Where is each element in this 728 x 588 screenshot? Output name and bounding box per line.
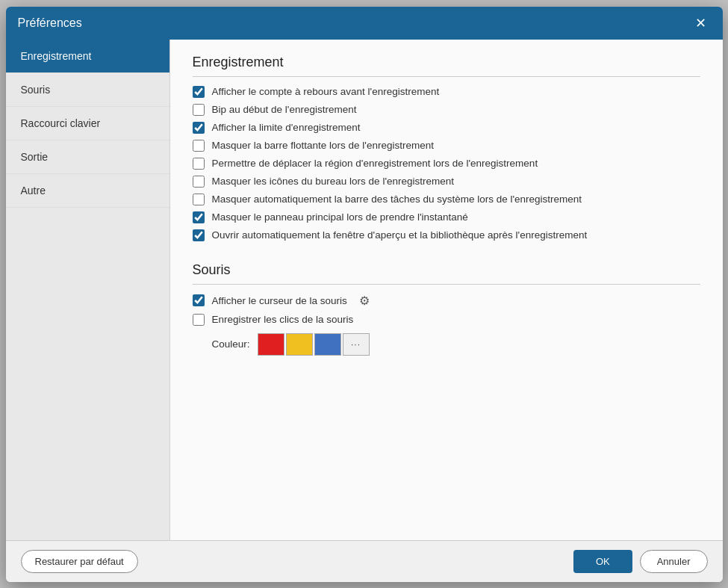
ok-button[interactable]: OK	[573, 550, 632, 573]
checkbox-label-8: Masquer le panneau principal lors de pre…	[212, 211, 468, 223]
sidebar-item-souris[interactable]: Souris	[6, 73, 169, 107]
souris-checkbox-label-1: Afficher le curseur de la souris	[212, 295, 347, 306]
sidebar-item-sortie[interactable]: Sortie	[6, 140, 169, 174]
gear-icon[interactable]: ⚙	[359, 294, 370, 308]
checkbox-row-3: Afficher la limite d'enregistrement	[193, 122, 700, 134]
checkbox-6[interactable]	[193, 176, 205, 188]
checkbox-row-6: Masquer les icônes du bureau lors de l'e…	[193, 176, 700, 188]
checkbox-row-1: Afficher le compte à rebours avant l'enr…	[193, 86, 700, 98]
checkbox-1[interactable]	[193, 86, 205, 98]
content-area: Enregistrement Souris Raccourci clavier …	[6, 40, 723, 540]
souris-checkbox-2[interactable]	[193, 314, 205, 326]
enregistrement-section-title: Enregistrement	[193, 55, 700, 77]
checkbox-row-9: Ouvrir automatiquement la fenêtre d'aper…	[193, 229, 700, 241]
souris-checkbox-row-2: Enregistrer les clics de la souris	[193, 314, 700, 326]
checkbox-label-6: Masquer les icônes du bureau lors de l'e…	[212, 176, 455, 187]
checkbox-row-8: Masquer le panneau principal lors de pre…	[193, 211, 700, 223]
dialog-title: Préférences	[18, 16, 82, 30]
souris-checkbox-1[interactable]	[193, 294, 205, 306]
checkbox-5[interactable]	[193, 158, 205, 170]
footer: Restaurer par défaut OK Annuler	[6, 540, 723, 582]
main-content: Enregistrement Afficher le compte à rebo…	[170, 40, 723, 540]
checkbox-2[interactable]	[193, 104, 205, 116]
checkbox-label-5: Permettre de déplacer la région d'enregi…	[212, 158, 538, 169]
souris-section-title: Souris	[193, 262, 700, 285]
checkbox-row-4: Masquer la barre flottante lors de l'enr…	[193, 140, 700, 152]
restore-defaults-button[interactable]: Restaurer par défaut	[21, 550, 138, 573]
preferences-dialog: Préférences ✕ Enregistrement Souris Racc…	[6, 7, 723, 582]
checkbox-label-9: Ouvrir automatiquement la fenêtre d'aper…	[212, 229, 588, 241]
footer-right: OK Annuler	[573, 550, 708, 573]
checkbox-row-5: Permettre de déplacer la région d'enregi…	[193, 158, 700, 170]
color-row: Couleur: ···	[212, 333, 700, 356]
checkbox-label-1: Afficher le compte à rebours avant l'enr…	[212, 86, 440, 97]
souris-checkbox-label-2: Enregistrer les clics de la souris	[212, 314, 354, 325]
checkbox-4[interactable]	[193, 140, 205, 152]
cancel-button[interactable]: Annuler	[640, 550, 708, 573]
checkbox-label-3: Afficher la limite d'enregistrement	[212, 122, 361, 133]
titlebar: Préférences ✕	[6, 7, 723, 40]
checkbox-row-2: Bip au début de l'enregistrement	[193, 104, 700, 116]
sidebar-item-raccourci-clavier[interactable]: Raccourci clavier	[6, 107, 169, 140]
checkbox-8[interactable]	[193, 211, 205, 223]
sidebar-item-autre[interactable]: Autre	[6, 174, 169, 208]
checkbox-label-4: Masquer la barre flottante lors de l'enr…	[212, 140, 434, 151]
souris-checkbox-row-1: Afficher le curseur de la souris ⚙	[193, 294, 700, 308]
sidebar-item-enregistrement[interactable]: Enregistrement	[6, 40, 169, 73]
close-button[interactable]: ✕	[691, 15, 711, 31]
checkbox-label-2: Bip au début de l'enregistrement	[212, 104, 357, 115]
sidebar: Enregistrement Souris Raccourci clavier …	[6, 40, 170, 540]
color-label: Couleur:	[212, 338, 250, 350]
checkbox-7[interactable]	[193, 194, 205, 205]
checkbox-3[interactable]	[193, 122, 205, 134]
checkbox-9[interactable]	[193, 229, 205, 241]
color-swatch-more[interactable]: ···	[343, 333, 370, 356]
checkbox-row-7: Masquer automatiquement la barre des tâc…	[193, 194, 700, 205]
color-swatch-red[interactable]	[258, 333, 284, 356]
color-swatch-blue[interactable]	[314, 333, 341, 356]
checkbox-label-7: Masquer automatiquement la barre des tâc…	[212, 194, 582, 205]
color-swatch-yellow[interactable]	[286, 333, 313, 356]
